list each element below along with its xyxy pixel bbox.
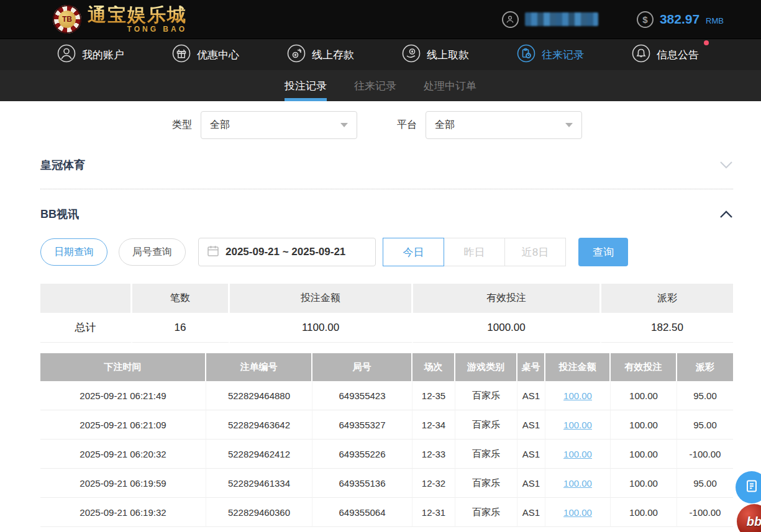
table-row: 2025-09-21 06:21:49 522829464880 6493554… [40,381,733,410]
cell-table-no: AS1 [517,498,545,527]
chevron-up-icon[interactable] [719,210,733,219]
cell-table-no: AS1 [517,410,545,440]
cell-bet-time: 2025-09-21 06:21:09 [40,410,206,440]
bet-table-header-row: 下注时间注单编号局号场次游戏类别桌号投注金额有效投注派彩 [40,353,733,381]
cell-payout: -100.00 [677,440,733,469]
cell-order-id: 522829462412 [206,440,312,469]
nav-label: 信息公告 [657,48,699,62]
quick-date-group: 今日 昨日 近8日 [383,238,566,266]
summary-table: 笔数 投注金额 有效投注 派彩 总计 16 1100.00 1000.00 18… [40,284,733,343]
search-button[interactable]: 查询 [578,238,628,266]
balance[interactable]: $ 382.97 RMB [637,11,724,28]
nav-item-transaction-records[interactable]: 往来记录 [517,44,584,66]
date-query-button[interactable]: 日期查询 [40,238,107,266]
bet-amount-link[interactable]: 100.00 [563,420,592,430]
summary-header-bet-amount: 投注金额 [230,284,413,313]
column-header: 局号 [312,353,412,381]
cell-game-type: 百家乐 [455,381,517,410]
cell-valid-bet: 100.00 [611,440,677,469]
chevron-down-icon[interactable] [719,161,733,169]
cell-table-no: AS1 [517,469,545,498]
brand-text: 通宝娱乐城 TONG BAO [88,6,187,33]
bet-amount-link[interactable]: 100.00 [563,478,592,489]
section-crown-sports[interactable]: 皇冠体育 [40,139,733,189]
section-title: 皇冠体育 [40,158,85,173]
tab-bet-records[interactable]: 投注记录 [285,70,327,101]
platform-filter-label: 平台 [397,119,417,132]
calendar-icon [207,245,219,259]
cell-order-id: 522829464880 [206,381,312,410]
content: 类型 全部 平台 全部 皇冠体育 BB视讯 [0,101,761,527]
cell-order-id: 522829463642 [206,410,312,440]
cell-bet-amount: 100.00 [545,469,611,498]
nav-item-deposit[interactable]: 线上存款 [287,44,354,66]
cell-session: 12-35 [412,381,455,410]
quick-last8days-button[interactable]: 近8日 [504,238,566,266]
quick-today-button[interactable]: 今日 [383,238,444,266]
dollar-coin-icon: $ [637,11,654,28]
cell-bet-time: 2025-09-21 06:20:32 [40,440,206,469]
brand-logo[interactable]: TB 通宝娱乐城 TONG BAO [53,5,187,34]
deposit-icon [287,44,306,66]
nav-item-announcements[interactable]: 信息公告 [632,44,699,66]
summary-header-count: 笔数 [132,284,230,313]
record-tabs: 投注记录 往来记录 处理中订单 [0,70,761,101]
nav-label: 线上存款 [312,48,354,62]
bet-table-body: 2025-09-21 06:21:49 522829464880 6493554… [40,381,733,527]
column-header: 注单编号 [206,353,312,381]
cell-game-type: 百家乐 [455,440,517,469]
nav-label: 往来记录 [542,48,584,62]
summary-header-payout: 派彩 [601,284,733,313]
date-range-picker[interactable]: 2025-09-21 ~ 2025-09-21 [198,238,376,266]
bb-logo: bb [747,515,761,529]
poker-chip-icon: TB [53,5,81,34]
cell-game-type: 百家乐 [455,410,517,440]
nav-item-withdraw[interactable]: 线上取款 [402,44,469,66]
round-query-button[interactable]: 局号查询 [119,238,186,266]
cell-session: 12-32 [412,469,455,498]
balance-currency: RMB [706,16,724,25]
brand-subtitle: TONG BAO [127,25,187,33]
cell-bet-amount: 100.00 [545,440,611,469]
cell-round-id: 649355423 [312,381,412,410]
tab-pending-orders[interactable]: 处理中订单 [424,70,476,101]
cell-bet-time: 2025-09-21 06:21:49 [40,381,206,410]
user-account[interactable] [502,11,598,28]
section-bb-video[interactable]: BB视讯 [40,189,733,230]
platform-select[interactable]: 全部 [426,111,582,139]
bet-amount-link[interactable]: 100.00 [563,390,592,401]
cell-bet-time: 2025-09-21 06:19:59 [40,469,206,498]
cell-table-no: AS1 [517,440,545,469]
type-select[interactable]: 全部 [201,111,357,139]
summary-total-valid-bet: 1000.00 [413,313,601,343]
topbar-right: $ 382.97 RMB [502,0,724,38]
avatar-icon [502,11,519,28]
cell-round-id: 649355327 [312,410,412,440]
bet-table: 下注时间注单编号局号场次游戏类别桌号投注金额有效投注派彩 2025-09-21 … [40,353,733,527]
cell-payout: -100.00 [677,498,733,527]
column-header: 下注时间 [40,353,206,381]
quick-yesterday-button[interactable]: 昨日 [444,238,505,266]
notification-dot [704,40,709,45]
tab-transaction-records[interactable]: 往来记录 [354,70,396,101]
summary-total-bet-amount: 1100.00 [230,313,413,343]
topbar: TB 通宝娱乐城 TONG BAO $ 382.97 RMB [0,0,761,38]
bet-amount-link[interactable]: 100.00 [563,507,592,518]
bet-amount-link[interactable]: 100.00 [563,449,592,459]
cell-payout: 95.00 [677,381,733,410]
cell-bet-amount: 100.00 [545,410,611,440]
nav-item-promotions[interactable]: 优惠中心 [172,44,239,66]
username-blurred [525,12,598,26]
table-row: 2025-09-21 06:19:32 522829460360 6493550… [40,498,733,527]
chat-form-icon [744,479,759,496]
chevron-down-icon [565,123,573,127]
column-header: 游戏类别 [455,353,517,381]
nav-item-my-account[interactable]: 我的账户 [57,44,124,66]
cell-session: 12-34 [412,410,455,440]
cell-round-id: 649355064 [312,498,412,527]
nav-label: 优惠中心 [197,48,239,62]
cell-valid-bet: 100.00 [611,381,677,410]
cell-game-type: 百家乐 [455,469,517,498]
column-header: 投注金额 [545,353,611,381]
column-header: 场次 [412,353,455,381]
